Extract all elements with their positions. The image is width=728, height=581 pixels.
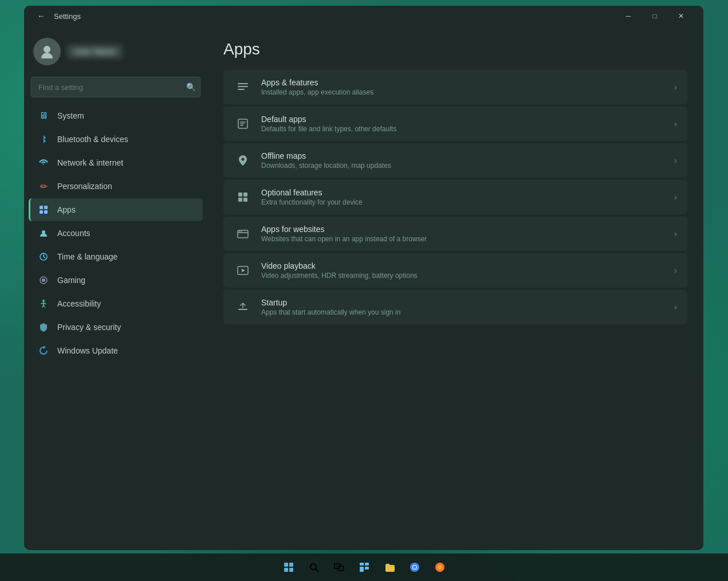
system-icon: 🖥 [38,110,49,121]
svg-point-38 [438,565,442,570]
settings-item-apps-websites[interactable]: Apps for websites Websites that can open… [223,217,687,251]
sidebar-item-update[interactable]: Windows Update [29,339,203,362]
svg-rect-4 [44,210,48,214]
privacy-icon [38,321,49,333]
update-icon [38,345,49,356]
network-icon [38,157,49,168]
svg-point-8 [42,278,45,282]
search-input[interactable] [31,77,200,97]
svg-rect-17 [243,198,247,202]
apps-features-text: Apps & features Installed apps, app exec… [261,78,665,96]
gaming-icon [38,274,49,286]
main-content: User Name 🔍 🖥 System Bluetooth & devices [24,26,703,550]
titlebar: ← Settings ─ □ ✕ [24,6,703,26]
offline-maps-subtitle: Downloads, storage location, map updates [261,162,665,170]
taskbar [0,553,728,581]
svg-rect-10 [238,83,248,84]
sidebar-item-system[interactable]: 🖥 System [29,104,203,127]
taskbar-start[interactable] [277,556,300,579]
sidebar-item-accounts[interactable]: Accounts [29,222,203,245]
apps-features-icon [234,78,252,96]
taskbar-widgets[interactable] [353,556,376,579]
settings-window: ← Settings ─ □ ✕ User Name [24,6,703,550]
optional-features-chevron: › [674,193,677,202]
taskbar-taskview[interactable] [328,556,351,579]
offline-maps-chevron: › [674,156,677,165]
svg-point-9 [42,300,45,302]
user-profile[interactable]: User Name [24,31,207,77]
svg-point-19 [239,231,240,232]
accounts-icon [38,227,49,239]
settings-item-startup[interactable]: Startup Apps that start automatically wh… [223,290,687,324]
sidebar-item-privacy[interactable]: Privacy & security [29,316,203,339]
apps-icon [38,204,49,215]
svg-rect-14 [238,193,242,197]
window-controls: ─ □ ✕ [615,6,694,26]
settings-item-apps-features[interactable]: Apps & features Installed apps, app exec… [223,70,687,104]
settings-item-optional-features[interactable]: Optional features Extra functionality fo… [223,180,687,214]
search-icon: 🔍 [186,83,196,92]
settings-item-video-playback[interactable]: Video playback Video adjustments, HDR st… [223,253,687,288]
minimize-button[interactable]: ─ [615,6,642,26]
svg-rect-2 [44,206,48,209]
sidebar-item-label: Apps [57,205,76,214]
video-playback-icon [234,261,252,280]
video-playback-text: Video playback Video adjustments, HDR st… [261,261,665,280]
sidebar-item-apps[interactable]: Apps [29,198,203,221]
startup-subtitle: Apps that start automatically when you s… [261,308,665,316]
settings-item-default-apps[interactable]: Default apps Defaults for file and link … [223,107,687,141]
default-apps-subtitle: Defaults for file and link types, other … [261,125,665,133]
sidebar-item-label: Time & language [57,252,117,261]
apps-websites-text: Apps for websites Websites that can open… [261,225,665,243]
default-apps-chevron: › [674,119,677,128]
sidebar-item-bluetooth[interactable]: Bluetooth & devices [29,128,203,151]
svg-rect-12 [238,89,245,90]
svg-rect-26 [289,568,293,572]
settings-item-offline-maps[interactable]: Offline maps Downloads, storage location… [223,143,687,178]
taskbar-firefox[interactable] [428,556,451,579]
svg-rect-3 [40,210,43,214]
sidebar-item-personalization[interactable]: ✏ Personalization [29,175,203,198]
close-button[interactable]: ✕ [668,6,694,26]
svg-rect-11 [238,86,248,87]
svg-rect-15 [243,193,247,197]
svg-rect-16 [238,198,242,202]
sidebar-item-network[interactable]: Network & internet [29,151,203,174]
bluetooth-icon [38,134,49,145]
sidebar-item-time[interactable]: Time & language [29,245,203,268]
default-apps-icon [234,115,252,133]
svg-rect-32 [360,567,364,572]
startup-icon [234,298,252,316]
taskbar-chrome[interactable] [403,556,426,579]
default-apps-text: Default apps Defaults for file and link … [261,115,665,133]
svg-rect-25 [284,568,288,572]
svg-point-20 [241,231,242,232]
user-name: User Name [68,45,122,58]
taskbar-files[interactable] [378,556,401,579]
apps-websites-title: Apps for websites [261,225,665,234]
back-button[interactable]: ← [33,8,49,24]
startup-title: Startup [261,298,665,307]
optional-features-subtitle: Extra functionality for your device [261,198,665,206]
sidebar-item-gaming[interactable]: Gaming [29,269,203,292]
taskbar-search[interactable] [302,556,325,579]
offline-maps-text: Offline maps Downloads, storage location… [261,151,665,170]
svg-rect-1 [40,206,43,209]
apps-websites-chevron: › [674,229,677,238]
optional-features-text: Optional features Extra functionality fo… [261,188,665,206]
default-apps-title: Default apps [261,115,665,124]
sidebar-item-label: Bluetooth & devices [57,135,128,144]
startup-text: Startup Apps that start automatically wh… [261,298,665,316]
startup-chevron: › [674,303,677,312]
sidebar-item-label: Privacy & security [57,323,121,332]
sidebar-item-accessibility[interactable]: Accessibility [29,292,203,315]
window-title: Settings [54,12,615,21]
optional-features-title: Optional features [261,188,665,197]
page-title: Apps [223,40,687,58]
apps-features-subtitle: Installed apps, app execution aliases [261,88,665,96]
maximize-button[interactable]: □ [642,6,668,26]
apps-features-chevron: › [674,83,677,92]
svg-rect-23 [284,563,288,567]
sidebar-item-label: Accounts [57,229,90,238]
personalization-icon: ✏ [38,180,49,192]
